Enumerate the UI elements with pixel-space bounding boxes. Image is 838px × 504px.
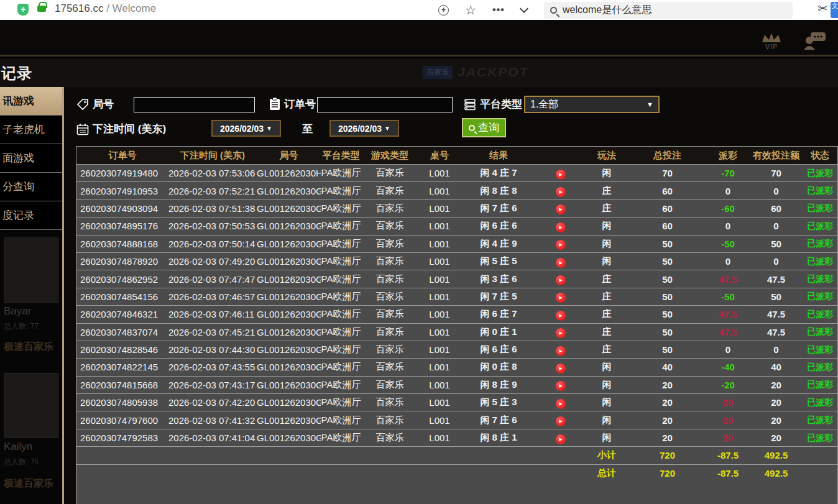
table-cell: 0 xyxy=(706,186,750,196)
column-header: 派彩 xyxy=(706,150,750,162)
table-cell: 庄 xyxy=(585,273,628,285)
table-cell: 20 xyxy=(628,380,706,390)
replay-play-icon[interactable]: ▶ xyxy=(556,222,566,232)
order-number-input[interactable] xyxy=(317,97,453,112)
replay-play-icon[interactable]: ▶ xyxy=(556,187,566,197)
replay-play-icon[interactable]: ▶ xyxy=(556,416,566,426)
table-cell: 已派彩 xyxy=(803,185,837,196)
table-row: 2602030748285462026-02-03 07:44:30GL0012… xyxy=(76,341,837,358)
replay-play-icon[interactable]: ▶ xyxy=(556,346,566,356)
column-header: 平台类型 xyxy=(321,150,361,162)
table-cell: L001 xyxy=(418,327,461,337)
dealer-avatar xyxy=(4,237,58,303)
platform-list-icon xyxy=(464,98,476,111)
table-row: 2602030748881682026-02-03 07:50:14GL0012… xyxy=(76,235,837,252)
table-cell: PA欧洲厅 xyxy=(321,379,361,391)
sidebar-item[interactable]: 度记录 xyxy=(0,201,62,230)
replay-play-icon[interactable]: ▶ xyxy=(556,399,566,409)
table-cell: 2026-02-03 07:46:11 xyxy=(168,309,257,319)
table-cell: 已派彩 xyxy=(803,309,837,320)
adblock-shield-icon[interactable]: + xyxy=(17,4,29,16)
replay-play-icon[interactable]: ▶ xyxy=(556,293,566,303)
replay-play-icon[interactable]: ▶ xyxy=(556,434,566,444)
zoom-icon[interactable]: + xyxy=(438,5,449,16)
table-cell: 百家乐 xyxy=(361,326,418,338)
table-cell: L001 xyxy=(418,309,461,319)
table-cell: 已派彩 xyxy=(803,291,837,302)
round-number-input[interactable] xyxy=(134,97,255,112)
table-cell: GL001262030GW xyxy=(257,239,321,249)
table-cell: 260203074815668 xyxy=(76,380,168,390)
table-cell: -40 xyxy=(706,362,750,372)
table-cell: 已派彩 xyxy=(803,415,837,426)
date-from-picker[interactable]: 2026/02/03 ▼ xyxy=(211,120,281,137)
table-cell: 2026-02-03 07:44:30 xyxy=(168,344,257,355)
browser-bar: + 175616.cc / Welcome + ☆ ••• welcome是什么… xyxy=(0,0,838,20)
table-cell: 260203074846321 xyxy=(76,309,168,319)
replay-play-icon[interactable]: ▶ xyxy=(556,311,566,321)
table-cell: 百家乐 xyxy=(361,273,418,285)
table-cell: 20 xyxy=(628,397,706,408)
address-bar[interactable]: 175616.cc / Welcome xyxy=(55,2,156,15)
chevron-down-icon[interactable] xyxy=(520,4,528,12)
sidebar-item[interactable]: 讯游戏 xyxy=(0,87,62,116)
screenshot-scissors-icon[interactable]: ✂ xyxy=(817,1,827,16)
table-cell: 闲 xyxy=(585,432,628,444)
table-cell: ▶ xyxy=(536,202,585,214)
bookmark-star-icon[interactable]: ☆ xyxy=(465,4,476,16)
summary-cell: 720 xyxy=(628,450,706,460)
summary-cell: -87.5 xyxy=(706,450,750,460)
secure-lock-icon[interactable] xyxy=(37,6,46,12)
replay-play-icon[interactable]: ▶ xyxy=(556,170,566,180)
more-options-icon[interactable]: ••• xyxy=(492,4,505,16)
date-to-picker[interactable]: 2026/02/03 ▼ xyxy=(329,120,399,137)
table-cell: PA欧洲厅 xyxy=(321,167,361,179)
table-cell: 百家乐 xyxy=(361,220,418,232)
platform-type-select[interactable]: 1.全部 ▼ xyxy=(524,96,660,113)
column-header: 订单号 xyxy=(76,150,168,162)
table-cell: L001 xyxy=(418,362,461,372)
sidebar-item[interactable]: 子老虎机 xyxy=(0,116,62,144)
table-cell: 50 xyxy=(628,344,706,355)
replay-play-icon[interactable]: ▶ xyxy=(556,258,566,268)
date-to-value: 2026/02/03 xyxy=(338,124,382,134)
platform-type-value: 1.全部 xyxy=(530,98,558,111)
table-cell: 2026-02-03 07:45:21 xyxy=(168,327,257,337)
table-row: 2602030748156682026-02-03 07:43:17GL0012… xyxy=(76,376,837,393)
replay-play-icon[interactable]: ▶ xyxy=(556,204,566,214)
table-cell: 庄 xyxy=(585,291,628,303)
sidebar-item[interactable]: 面游戏 xyxy=(0,144,62,173)
vip-button[interactable]: VIP xyxy=(761,32,782,51)
replay-play-icon[interactable]: ▶ xyxy=(556,275,566,285)
table-cell: 庄 xyxy=(585,344,628,355)
select-arrow-icon: ▼ xyxy=(647,101,653,108)
table-cell: 0 xyxy=(750,186,803,196)
customer-service-button[interactable] xyxy=(803,32,826,51)
vip-crown-icon xyxy=(761,32,782,44)
order-number-label-group: 订单号 xyxy=(269,97,316,111)
table-cell: GL001262030GT xyxy=(257,274,321,285)
table-row: 2602030749109532026-02-03 07:52:21GL0012… xyxy=(76,181,837,199)
table-cell: GL001262030GO xyxy=(257,362,321,372)
table-cell: 闲 xyxy=(585,396,628,408)
table-cell: PA欧洲厅 xyxy=(321,396,361,408)
replay-play-icon[interactable]: ▶ xyxy=(556,240,566,250)
table-cell: 260203074822145 xyxy=(76,362,168,372)
summary-cell: 小计 xyxy=(585,449,628,461)
search-suggestion-pill[interactable]: welcome是什么意思 xyxy=(544,2,793,19)
table-cell: PA欧洲厅 xyxy=(321,203,361,214)
sidebar-item[interactable]: 分查询 xyxy=(0,173,62,201)
table-cell: 260203074903094 xyxy=(76,203,168,214)
table-cell: 已派彩 xyxy=(803,238,837,249)
replay-play-icon[interactable]: ▶ xyxy=(556,381,566,391)
search-button[interactable]: 查询 xyxy=(462,118,506,137)
app-header: VIP xyxy=(0,20,838,57)
replay-play-icon[interactable]: ▶ xyxy=(556,328,566,338)
replay-play-icon[interactable]: ▶ xyxy=(556,364,566,373)
translate-icon[interactable]: 文 xyxy=(831,2,838,18)
search-icon xyxy=(550,7,557,14)
table-cell: 2026-02-03 07:51:38 xyxy=(168,203,257,214)
dealer-name: Bayar xyxy=(4,305,62,318)
table-cell: L001 xyxy=(418,168,461,178)
order-number-label: 订单号 xyxy=(284,97,316,111)
